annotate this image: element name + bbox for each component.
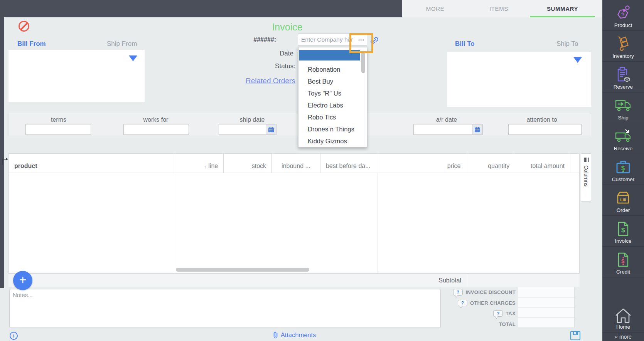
other-charges-value[interactable] <box>518 297 575 308</box>
tab-summary[interactable]: SUMMARY <box>532 0 593 17</box>
ship-date-calendar-button[interactable] <box>266 124 276 135</box>
tab-items-label: ITEMS <box>489 5 508 12</box>
sidebar-item-product[interactable]: $ Product <box>602 0 644 31</box>
notes-textarea[interactable] <box>9 289 441 328</box>
sidebar-item-label: Ship <box>618 115 628 121</box>
tax-value[interactable] <box>518 307 575 318</box>
col-header-label: price <box>447 163 461 170</box>
bill-from-dropdown-arrow[interactable] <box>129 55 137 61</box>
table-horizontal-scrollbar[interactable] <box>176 268 309 272</box>
sidebar-item-order[interactable]: Order <box>602 185 644 216</box>
subtotal-divider <box>468 274 468 287</box>
table-header-row: product ↑line stock inbound ... best bef… <box>9 154 579 173</box>
sidebar-more-button[interactable]: « more <box>602 332 644 341</box>
columns-panel-tab[interactable]: Columns <box>581 153 591 202</box>
terms-input[interactable] <box>25 124 91 135</box>
help-icon[interactable]: ? <box>453 289 463 296</box>
col-header-line[interactable]: ↑line <box>174 154 224 173</box>
line-items-table: product ↑line stock inbound ... best bef… <box>8 153 580 274</box>
col-header-grip <box>570 154 579 173</box>
related-orders-link[interactable]: Related Orders <box>246 77 295 85</box>
left-edge-panel <box>0 17 4 288</box>
dropdown-option[interactable]: Kiddy Gizmos <box>298 135 360 147</box>
svg-text:$: $ <box>621 227 625 234</box>
total-value <box>518 317 575 328</box>
sidebar-item-home[interactable]: Home <box>602 278 644 332</box>
save-floppy-icon[interactable] <box>570 331 581 341</box>
page-title: Invoice <box>249 22 326 33</box>
sidebar-item-label: Invoice <box>615 238 632 244</box>
calendar-icon <box>474 126 480 133</box>
ar-date-calendar-button[interactable] <box>472 124 483 135</box>
customer-briefcase-icon: $ <box>614 159 632 175</box>
active-tab-underline <box>530 16 595 17</box>
sidebar-item-reserve[interactable]: Reserve <box>602 62 644 92</box>
col-header-label: product <box>14 163 37 170</box>
bill-from-address-box[interactable] <box>8 50 145 102</box>
table-body-divider <box>378 173 378 273</box>
tab-items[interactable]: ITEMS <box>469 0 529 17</box>
info-icon[interactable]: i <box>10 332 18 340</box>
col-header-total-amount[interactable]: total amount <box>515 154 570 173</box>
dropdown-option[interactable]: Best Buy <box>298 76 360 87</box>
sidebar-item-credit[interactable]: $ Credit <box>602 247 644 277</box>
status-label: Status: <box>251 62 295 70</box>
help-icon[interactable]: ? <box>493 310 503 317</box>
paperclip-icon <box>273 331 278 339</box>
invoice-discount-value[interactable] <box>518 287 575 297</box>
more-label: « more <box>615 334 632 340</box>
dropdown-option[interactable]: Robo Tics <box>298 111 360 123</box>
col-header-product[interactable]: product <box>9 154 174 173</box>
dropdown-option[interactable]: Drones n Things <box>298 123 360 135</box>
attachments-label: Attachments <box>281 331 316 339</box>
sidebar-item-customer[interactable]: $ Customer <box>602 154 644 185</box>
ship-date-input[interactable] <box>219 124 266 135</box>
company-dropdown: Robonation Best Buy Toys "R" Us Electro … <box>298 47 367 148</box>
total-label: TOTAL <box>499 321 516 327</box>
calendar-icon <box>268 126 274 133</box>
col-header-inbound[interactable]: inbound ... <box>272 154 320 173</box>
sidebar-item-label: Credit <box>616 269 630 275</box>
indent-line-icon[interactable] <box>1 156 9 165</box>
tax-label: TAX <box>506 311 516 316</box>
sidebar-item-ship[interactable]: Ship <box>602 92 644 123</box>
ar-date-input[interactable] <box>413 124 472 135</box>
date-label: Date <box>251 50 293 57</box>
ship-from-tab[interactable]: Ship From <box>107 40 137 48</box>
sidebar-item-inventory[interactable]: Inventory <box>602 31 644 62</box>
columns-tab-label: Columns <box>583 165 589 186</box>
col-header-best-before[interactable]: best before da... <box>320 154 377 173</box>
other-charges-label: OTHER CHARGES <box>470 300 516 306</box>
dropdown-option[interactable]: Electro Labs <box>298 99 360 111</box>
ship-to-tab[interactable]: Ship To <box>556 40 578 48</box>
dropdown-scrollbar[interactable] <box>361 51 365 73</box>
attachments-button[interactable]: Attachments <box>244 331 344 339</box>
sidebar-item-receive[interactable]: Receive <box>602 123 644 154</box>
dropdown-option-list: Robonation Best Buy Toys "R" Us Electro … <box>298 64 360 147</box>
invoice-document-icon: $ <box>615 221 631 237</box>
ship-date-label: ship date <box>225 116 279 123</box>
bill-to-address-box[interactable] <box>447 52 591 107</box>
col-header-label: total amount <box>531 163 565 170</box>
dropdown-option[interactable]: Robonation <box>298 64 360 76</box>
works-for-label: works for <box>129 116 183 123</box>
col-header-label: quantity <box>488 163 509 170</box>
bill-to-dropdown-arrow[interactable] <box>573 57 582 63</box>
void-prohibited-icon[interactable] <box>19 21 29 32</box>
add-line-item-button[interactable]: + <box>13 271 32 290</box>
invoice-screen: MORE ITEMS SUMMARY Invoice ######: ... D… <box>0 0 644 341</box>
dropdown-option[interactable]: Toys "R" Us <box>298 87 360 99</box>
col-header-quantity[interactable]: quantity <box>466 154 515 173</box>
col-header-label: inbound ... <box>282 163 310 170</box>
col-header-stock[interactable]: stock <box>224 154 272 173</box>
attention-to-input[interactable] <box>508 124 582 135</box>
attention-to-label: attention to <box>515 116 569 123</box>
sidebar-item-invoice[interactable]: $ Invoice <box>602 216 644 247</box>
help-icon[interactable]: ? <box>458 300 467 306</box>
tab-more[interactable]: MORE <box>405 0 465 17</box>
col-header-price[interactable]: price <box>377 154 467 173</box>
bill-to-tab[interactable]: Bill To <box>455 40 475 48</box>
bill-from-tab[interactable]: Bill From <box>17 40 46 48</box>
works-for-input[interactable] <box>123 124 189 135</box>
subtotal-bar: Subtotal <box>8 274 580 287</box>
